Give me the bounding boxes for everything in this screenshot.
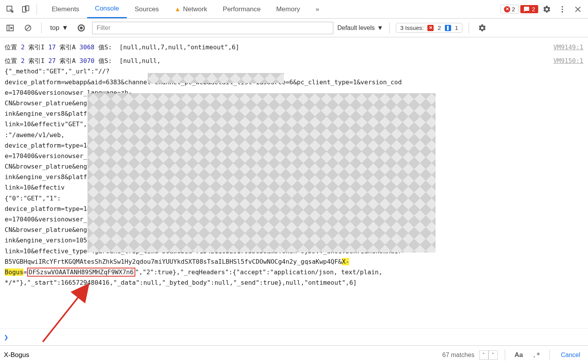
search-bar: 67 matches ˄ ˅ Aa .* Cancel <box>0 345 588 364</box>
search-cancel-button[interactable]: Cancel <box>557 352 584 359</box>
console-output[interactable]: 位置 2 索引I 17 索引A 3068 值S: [null,null,7,nu… <box>0 37 588 328</box>
extension-errors-badge[interactable]: 2 <box>520 5 538 13</box>
prompt-chevron-icon: ❯ <box>4 334 9 340</box>
tab-memory[interactable]: Memory <box>268 0 308 18</box>
error-icon: ✕ <box>504 6 510 12</box>
tab-performance[interactable]: Performance <box>215 0 268 18</box>
divider <box>389 23 390 33</box>
execution-context-select[interactable]: top▼ <box>48 24 70 32</box>
tab-elements[interactable]: Elements <box>44 0 87 18</box>
tab-network[interactable]: ▲Network <box>167 0 215 18</box>
match-case-toggle[interactable]: Aa <box>512 351 525 359</box>
log-source-link[interactable]: VM9149:1 <box>553 42 583 52</box>
divider <box>41 23 42 33</box>
divider <box>469 23 469 33</box>
divider <box>37 4 37 15</box>
divider <box>550 350 550 361</box>
log-source-link[interactable]: VM9150:1 <box>553 56 583 66</box>
console-settings-icon[interactable] <box>475 21 489 35</box>
inspect-icon[interactable] <box>3 2 17 16</box>
issue-info-icon: ❚ <box>445 25 451 31</box>
search-input[interactable] <box>4 349 438 361</box>
log-levels-select[interactable]: Default levels▼ <box>337 24 383 31</box>
svg-point-4 <box>562 9 563 10</box>
error-count-badge[interactable]: ✕ 2 <box>500 5 518 14</box>
log-message: 位置 2 索引I 27 索引A 3070 值S: [null,null, {"_… <box>5 56 550 288</box>
more-menu-icon[interactable] <box>555 2 569 16</box>
svg-point-8 <box>80 26 83 29</box>
divider <box>505 350 505 361</box>
tab-more[interactable]: » <box>308 0 327 18</box>
clear-console-icon[interactable] <box>21 21 35 35</box>
warning-icon: ▲ <box>175 6 181 13</box>
device-toggle-icon[interactable] <box>19 2 33 16</box>
extension-error-count: 2 <box>532 6 535 12</box>
highlighted-value: DFSzswVOAATANH89SMHZqF9WX7n6 <box>27 268 135 277</box>
close-icon[interactable] <box>571 2 585 16</box>
svg-point-5 <box>562 11 563 12</box>
live-expression-icon[interactable] <box>74 21 88 35</box>
error-count: 2 <box>512 6 515 12</box>
panel-tabs: Elements Console Sources ▲Network Perfor… <box>44 0 327 18</box>
search-next-button[interactable]: ˅ <box>488 350 498 360</box>
sidebar-toggle-icon[interactable] <box>3 21 17 35</box>
console-prompt[interactable]: ❯ <box>0 328 588 345</box>
log-entry: 位置 2 索引I 27 索引A 3070 值S: [null,null, {"_… <box>5 54 583 289</box>
search-match-count: 67 matches <box>442 352 474 359</box>
issues-badge[interactable]: 3 Issues: ✕ 2 ❚ 1 <box>396 23 462 33</box>
search-prev-button[interactable]: ˄ <box>479 350 488 360</box>
tab-console[interactable]: Console <box>87 0 127 18</box>
regex-toggle[interactable]: .* <box>530 351 542 359</box>
filter-input[interactable] <box>92 22 333 34</box>
settings-icon[interactable] <box>540 2 554 16</box>
issue-error-icon: ✕ <box>427 25 434 31</box>
svg-point-3 <box>562 6 563 7</box>
devtools-toolbar: Elements Console Sources ▲Network Perfor… <box>0 0 588 19</box>
log-entry: 位置 2 索引I 17 索引A 3068 值S: [null,null,7,nu… <box>5 40 583 54</box>
tab-sources[interactable]: Sources <box>127 0 166 18</box>
console-filterbar: top▼ Default levels▼ 3 Issues: ✕ 2 ❚ 1 <box>0 19 588 37</box>
log-message: 位置 2 索引I 17 索引A 3068 值S: [null,null,7,nu… <box>5 42 550 52</box>
